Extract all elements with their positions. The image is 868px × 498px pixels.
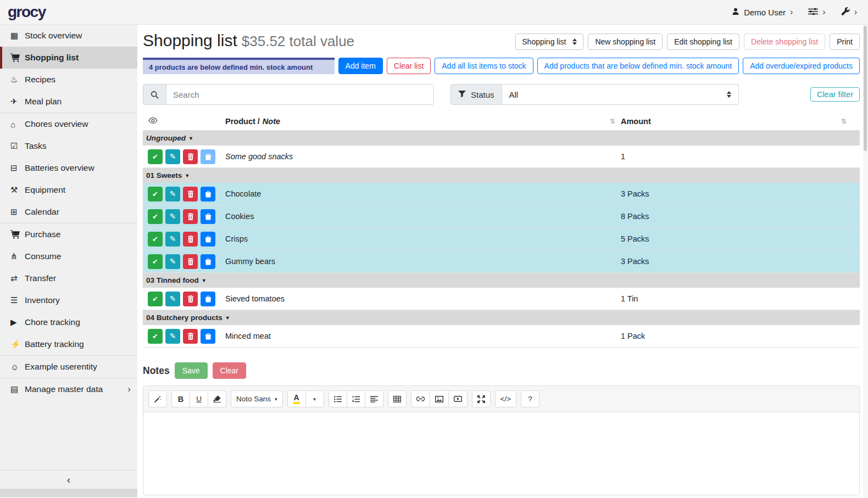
sidebar-item-batteries-overview[interactable]: ⊟ Batteries overview	[0, 157, 137, 179]
sidebar: ▦ Stock overview Shopping list ♨ Recipes…	[0, 25, 137, 497]
sidebar-item-chore-tracking[interactable]: ▶ Chore tracking	[0, 311, 137, 333]
mark-done-button[interactable]: ✔	[148, 254, 163, 269]
help-button[interactable]: ?	[521, 390, 539, 407]
delete-item-button[interactable]	[183, 209, 198, 224]
delete-shopping-list-button[interactable]: Delete shopping list	[744, 33, 825, 50]
mark-done-button[interactable]: ✔	[148, 187, 163, 202]
delete-item-button[interactable]	[183, 254, 198, 269]
group-header-sweets[interactable]: 01 Sweets ▾	[143, 168, 860, 183]
add-below-min-stock-button[interactable]: Add products that are below defined min.…	[537, 58, 739, 74]
scrollbar-thumb[interactable]	[864, 26, 867, 151]
group-header-butchery-products[interactable]: 04 Butchery products ▾	[143, 310, 860, 325]
sidebar-item-tasks[interactable]: ☑ Tasks	[0, 135, 137, 157]
edit-item-button[interactable]: ✎	[165, 232, 180, 247]
sidebar-item-shopping-list[interactable]: Shopping list	[0, 47, 137, 69]
mark-done-button[interactable]: ✔	[148, 209, 163, 224]
check-icon: ✔	[152, 295, 158, 303]
delete-item-button[interactable]	[183, 232, 198, 247]
status-select[interactable]: All	[502, 84, 739, 105]
add-to-stock-button[interactable]	[201, 232, 215, 247]
trash-icon	[187, 213, 194, 220]
delete-item-button[interactable]	[183, 292, 198, 306]
min-stock-alert[interactable]: 4 products are below defined min. stock …	[143, 58, 335, 74]
clear-filter-button[interactable]: Clear filter	[810, 87, 860, 102]
paragraph-style-button[interactable]	[365, 390, 383, 407]
shopping-list-select[interactable]: Shopping list	[515, 33, 583, 50]
edit-item-button[interactable]: ✎	[165, 209, 180, 224]
eraser-button[interactable]	[208, 390, 226, 407]
add-to-stock-button[interactable]	[201, 187, 215, 202]
add-to-stock-button[interactable]	[201, 209, 215, 224]
add-to-stock-button[interactable]	[201, 149, 215, 164]
font-family-select[interactable]: Noto Sans ▾	[231, 390, 283, 407]
sidebar-item-example-userentity[interactable]: ☺ Example userentity	[0, 356, 137, 378]
group-header-ungrouped[interactable]: Ungrouped ▾	[143, 131, 860, 146]
sidebar-item-inventory[interactable]: ☰ Inventory	[0, 289, 137, 311]
ordered-list-button[interactable]	[347, 390, 365, 407]
print-button[interactable]: Print	[830, 33, 860, 50]
mark-done-button[interactable]: ✔	[148, 329, 163, 344]
clear-notes-button[interactable]: Clear	[213, 362, 246, 379]
mark-done-button[interactable]: ✔	[148, 292, 163, 306]
add-to-stock-button[interactable]	[201, 254, 215, 269]
sidebar-item-chores-overview[interactable]: ⌂ Chores overview	[0, 113, 137, 135]
insert-table-button[interactable]	[388, 390, 407, 407]
user-menu[interactable]: Demo User ›	[732, 8, 793, 17]
delete-item-button[interactable]	[183, 187, 198, 202]
sidebar-item-meal-plan[interactable]: ✈ Meal plan	[0, 91, 137, 113]
amount-column-header[interactable]: Amount ⇅	[621, 117, 860, 126]
page-scrollbar[interactable]	[863, 25, 868, 498]
sidebar-item-transfer[interactable]: ⇄ Transfer	[0, 267, 137, 289]
visibility-column-header[interactable]	[143, 117, 225, 126]
product-column-header[interactable]: Product / Note ⇅	[225, 117, 621, 126]
sidebar-item-manage-master-data[interactable]: ▤ Manage master data ›	[0, 378, 137, 400]
delete-item-button[interactable]	[183, 149, 198, 164]
table-icon: ▤	[10, 384, 25, 394]
utensils-icon: ⋔	[10, 251, 25, 261]
sidebar-item-battery-tracking[interactable]: ⚡ Battery tracking	[0, 333, 137, 355]
settings-menu[interactable]: ›	[808, 8, 825, 17]
code-view-button[interactable]: </>	[495, 390, 517, 407]
admin-menu[interactable]: ›	[841, 7, 857, 18]
add-overdue-button[interactable]: Add overdue/expired products	[743, 58, 860, 74]
group-header-tinned-food[interactable]: 03 Tinned food ▾	[143, 273, 860, 288]
sidebar-item-equipment[interactable]: ⚒ Equipment	[0, 179, 137, 201]
edit-item-button[interactable]: ✎	[165, 187, 180, 202]
bold-button[interactable]: B	[171, 390, 190, 407]
underline-button[interactable]: U	[190, 390, 208, 407]
mark-done-button[interactable]: ✔	[148, 232, 163, 247]
insert-link-button[interactable]	[411, 390, 430, 407]
magic-wand-button[interactable]	[148, 390, 167, 407]
sidebar-item-stock-overview[interactable]: ▦ Stock overview	[0, 25, 137, 47]
save-notes-button[interactable]: Save	[175, 362, 208, 379]
edit-item-button[interactable]: ✎	[165, 149, 180, 164]
new-shopping-list-button[interactable]: New shopping list	[588, 33, 663, 50]
grocy-logo[interactable]: grocy	[8, 3, 46, 21]
insert-video-button[interactable]	[448, 390, 468, 407]
sort-icon[interactable]: ⇅	[841, 117, 852, 125]
sidebar-item-consume[interactable]: ⋔ Consume	[0, 245, 137, 267]
clear-list-button[interactable]: Clear list	[387, 58, 431, 74]
sidebar-collapse-button[interactable]: ‹	[0, 470, 137, 489]
insert-picture-button[interactable]	[430, 390, 449, 407]
sort-icon[interactable]: ⇅	[610, 117, 621, 125]
edit-item-button[interactable]: ✎	[165, 254, 180, 269]
add-to-stock-button[interactable]	[201, 329, 215, 344]
edit-item-button[interactable]: ✎	[165, 292, 180, 306]
edit-item-button[interactable]: ✎	[165, 329, 180, 344]
add-to-stock-button[interactable]	[201, 292, 215, 306]
notes-editor-area[interactable]	[143, 412, 859, 495]
sidebar-item-purchase[interactable]: Purchase	[0, 223, 137, 245]
unordered-list-button[interactable]	[329, 390, 347, 407]
add-item-button[interactable]: Add item	[338, 58, 383, 74]
sidebar-item-calendar[interactable]: ⊞ Calendar	[0, 201, 137, 223]
search-input[interactable]	[166, 84, 434, 105]
text-color-button[interactable]: A	[287, 390, 306, 407]
fullscreen-button[interactable]	[472, 390, 491, 407]
mark-done-button[interactable]: ✔	[148, 149, 163, 164]
text-color-caret-button[interactable]: ▾	[305, 390, 324, 407]
delete-item-button[interactable]	[183, 329, 198, 344]
add-all-to-stock-button[interactable]: Add all list items to stock	[435, 58, 533, 74]
sidebar-item-recipes[interactable]: ♨ Recipes	[0, 69, 137, 91]
edit-shopping-list-button[interactable]: Edit shopping list	[667, 33, 739, 50]
